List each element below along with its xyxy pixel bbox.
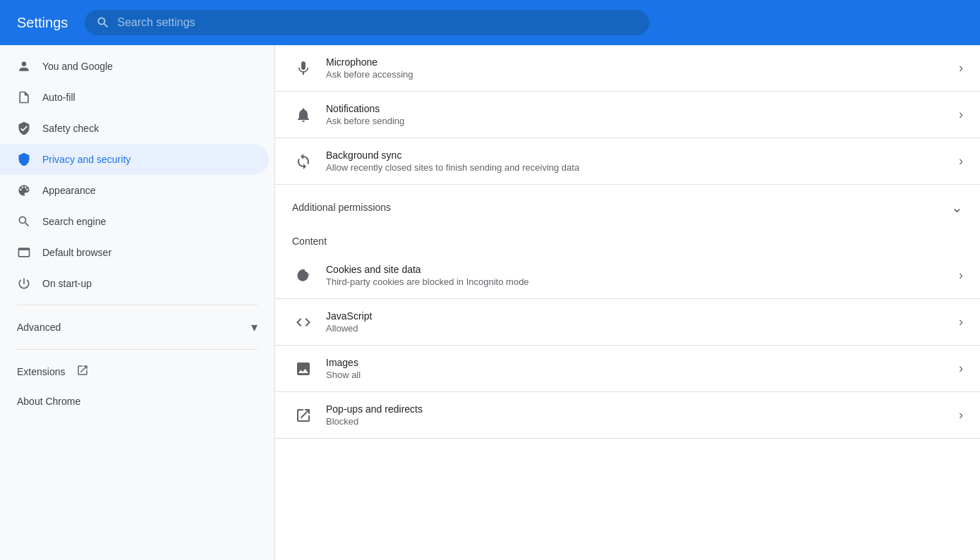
settings-row-javascript[interactable]: JavaScript Allowed › — [275, 299, 980, 346]
popup-icon — [292, 404, 315, 427]
images-text: Images Show all — [326, 357, 948, 380]
microphone-subtitle: Ask before accessing — [326, 69, 948, 80]
power-icon — [17, 276, 31, 291]
images-subtitle: Show all — [326, 370, 948, 380]
cookies-title: Cookies and site data — [326, 264, 948, 275]
sidebar-item-you-and-google[interactable]: You and Google — [0, 51, 269, 82]
external-link-icon — [76, 364, 89, 379]
chevron-right-icon: › — [959, 361, 963, 376]
header: Settings — [0, 0, 980, 45]
mic-icon — [292, 57, 315, 80]
background-sync-title: Background sync — [326, 150, 948, 161]
sidebar-item-default-browser[interactable]: Default browser — [0, 237, 269, 268]
settings-row-popups[interactable]: Pop-ups and redirects Blocked › — [275, 392, 980, 439]
chevron-right-icon: › — [959, 154, 963, 169]
cookies-text: Cookies and site data Third-party cookie… — [326, 264, 948, 287]
browser-icon — [17, 245, 31, 260]
palette-icon — [17, 183, 31, 197]
sidebar-item-auto-fill[interactable]: Auto-fill — [0, 82, 269, 113]
sidebar-item-label: Auto-fill — [42, 92, 252, 103]
images-title: Images — [326, 357, 948, 368]
about-chrome-label: About Chrome — [17, 396, 252, 407]
image-icon — [292, 358, 315, 380]
sidebar-item-safety-check[interactable]: Safety check — [0, 113, 269, 144]
chevron-right-icon: › — [959, 408, 963, 422]
sidebar-item-label: You and Google — [42, 61, 252, 72]
sidebar-divider — [17, 305, 258, 305]
sidebar-item-about-chrome[interactable]: About Chrome — [0, 387, 269, 415]
chevron-right-icon: › — [959, 268, 963, 283]
additional-permissions-title: Additional permissions — [292, 202, 391, 213]
autofill-icon — [17, 90, 31, 104]
settings-row-notifications[interactable]: Notifications Ask before sending › — [275, 92, 980, 138]
search-icon — [17, 214, 31, 229]
sidebar-item-privacy-and-security[interactable]: Privacy and security — [0, 144, 269, 175]
background-sync-text: Background sync Allow recently closed si… — [326, 150, 948, 173]
settings-title: Settings — [17, 15, 68, 31]
settings-row-background-sync[interactable]: Background sync Allow recently closed si… — [275, 138, 980, 185]
main-content: You and Google Auto-fill Safety check Pr… — [0, 45, 980, 560]
sidebar-item-on-startup[interactable]: On start-up — [0, 268, 269, 299]
chevron-down-icon: ⌄ — [951, 199, 963, 216]
sidebar-item-label: On start-up — [42, 278, 252, 289]
cookie-icon — [292, 264, 315, 287]
cookies-subtitle: Third-party cookies are blocked in Incog… — [326, 276, 948, 287]
shield-check-icon — [17, 121, 31, 135]
code-icon — [292, 311, 315, 334]
notifications-text: Notifications Ask before sending — [326, 103, 948, 126]
javascript-title: JavaScript — [326, 310, 948, 322]
settings-row-cookies[interactable]: Cookies and site data Third-party cookie… — [275, 252, 980, 299]
chevron-right-icon: › — [959, 61, 963, 75]
popups-text: Pop-ups and redirects Blocked — [326, 403, 948, 427]
sidebar-item-label: Search engine — [42, 216, 252, 227]
extensions-label: Extensions — [17, 366, 65, 377]
sidebar: You and Google Auto-fill Safety check Pr… — [0, 45, 275, 560]
search-bar[interactable] — [85, 10, 649, 35]
search-icon — [96, 16, 110, 30]
chevron-down-icon: ▾ — [251, 319, 258, 335]
content-area: Microphone Ask before accessing › Notifi… — [275, 45, 980, 560]
sidebar-item-label: Safety check — [42, 123, 252, 134]
background-sync-subtitle: Allow recently closed sites to finish se… — [326, 162, 948, 173]
notifications-title: Notifications — [326, 103, 948, 114]
sidebar-divider-2 — [17, 349, 258, 350]
settings-row-images[interactable]: Images Show all › — [275, 346, 980, 392]
chevron-right-icon: › — [959, 107, 963, 122]
sidebar-item-label: Privacy and security — [42, 154, 252, 165]
popups-title: Pop-ups and redirects — [326, 403, 948, 415]
person-icon — [17, 59, 31, 73]
sidebar-item-extensions[interactable]: Extensions — [0, 355, 274, 387]
additional-permissions-header[interactable]: Additional permissions ⌄ — [275, 185, 980, 224]
advanced-label: Advanced — [17, 322, 240, 333]
microphone-text: Microphone Ask before accessing — [326, 56, 948, 80]
sync-icon — [292, 150, 315, 173]
notifications-subtitle: Ask before sending — [326, 116, 948, 126]
search-input[interactable] — [117, 16, 638, 29]
popups-subtitle: Blocked — [326, 416, 948, 427]
microphone-title: Microphone — [326, 56, 948, 68]
sidebar-item-advanced[interactable]: Advanced ▾ — [0, 311, 274, 343]
bell-icon — [292, 104, 315, 126]
sidebar-item-search-engine[interactable]: Search engine — [0, 206, 269, 237]
shield-icon — [17, 152, 31, 166]
sidebar-item-appearance[interactable]: Appearance — [0, 175, 269, 206]
javascript-subtitle: Allowed — [326, 323, 948, 334]
javascript-text: JavaScript Allowed — [326, 310, 948, 334]
sidebar-item-label: Default browser — [42, 247, 252, 258]
sidebar-item-label: Appearance — [42, 185, 252, 196]
content-section-label: Content — [275, 224, 980, 252]
settings-row-microphone[interactable]: Microphone Ask before accessing › — [275, 45, 980, 92]
chevron-right-icon: › — [959, 315, 963, 329]
